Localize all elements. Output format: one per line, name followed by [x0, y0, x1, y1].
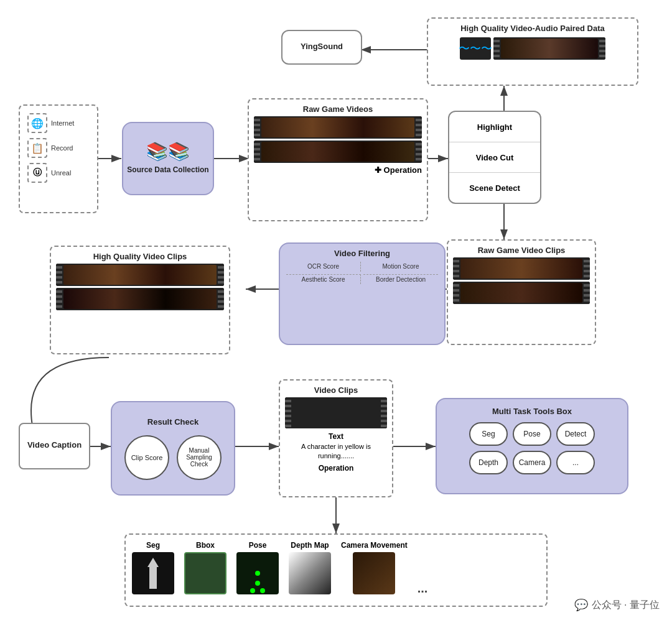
processing-box: Highlight Video Cut Scene Detect — [448, 111, 541, 204]
bottom-bbox-col: Bbox — [184, 541, 226, 594]
video-filtering-title: Video Filtering — [285, 249, 439, 258]
yingsound-label: YingSound — [301, 42, 343, 51]
pose-btn: Pose — [513, 422, 551, 446]
aesthetic-score-cell: Aesthetic Score — [286, 274, 361, 284]
video-cut-label: Video Cut — [449, 142, 540, 173]
seg-btn: Seg — [469, 422, 508, 446]
unreal-item: ⓤ Unreal — [27, 163, 71, 183]
video-clips-title: Video Clips — [285, 385, 387, 395]
filmstrip-2 — [254, 141, 422, 163]
bottom-dots-col: ... — [418, 541, 428, 596]
source-data-label: Source Data Collection — [127, 165, 208, 174]
operation-label: Operation — [285, 464, 387, 473]
depth-thumb — [289, 552, 331, 594]
bottom-camera-label: Camera Movement — [341, 541, 408, 550]
multi-task-box: Multi Task Tools Box Seg Pose Detect Dep… — [436, 398, 628, 494]
bottom-output-box: Seg Bbox Pose Depth Map Camera Movem — [124, 533, 548, 607]
result-check-title: Result Check — [147, 417, 198, 427]
record-item: 📋 Record — [27, 138, 73, 158]
clip-score-btn: Clip Score — [124, 435, 169, 480]
raw-filmstrip-2 — [453, 282, 590, 304]
video-clips-box: Video Clips Text A character in yellow i… — [279, 379, 393, 497]
seg-thumb — [132, 552, 174, 594]
video-caption-box: Video Caption — [19, 423, 90, 469]
yingsound-box: YingSound — [281, 30, 362, 65]
bottom-camera-col: Camera Movement — [341, 541, 408, 594]
text-content: A character in yellow is running....... — [285, 442, 387, 461]
hq-clips-title: High Quality Video Clips — [56, 252, 224, 261]
raw-game-clips-title: Raw Game Video Clips — [453, 246, 590, 255]
raw-filmstrip-1 — [453, 257, 590, 280]
bottom-pose-label: Pose — [249, 541, 267, 550]
internet-label: Internet — [51, 119, 74, 127]
plus-operation-label: ✚ Operation — [254, 165, 422, 175]
detect-btn: Detect — [556, 422, 595, 446]
watermark: 💬 公众号 · 量子位 — [574, 598, 660, 612]
bbox-thumb — [184, 552, 226, 594]
unreal-label: Unreal — [51, 169, 71, 177]
hq-video-audio-box: High Quality Video-Audio Paired Data 〜〜〜 — [427, 17, 638, 86]
bottom-dots-label: ... — [418, 581, 428, 596]
dots-btn: ... — [556, 451, 595, 474]
bottom-depth-col: Depth Map — [289, 541, 331, 594]
raw-game-videos-box: Raw Game Videos ✚ Operation — [248, 98, 428, 221]
text-label: Text — [285, 432, 387, 441]
clip-score-label: Clip Score — [131, 454, 163, 461]
camera-thumb — [353, 552, 395, 594]
video-caption-label: Video Caption — [27, 440, 82, 450]
internet-item: 🌐 Internet — [27, 113, 74, 133]
sources-box: 🌐 Internet 📋 Record ⓤ Unreal — [19, 104, 98, 213]
bottom-bbox-label: Bbox — [196, 541, 215, 550]
hq-video-audio-title: High Quality Video-Audio Paired Data — [433, 24, 632, 33]
manual-sampling-btn: Manual Sampling Check — [177, 435, 222, 480]
border-detection-cell: Border Dectection — [363, 274, 438, 284]
result-check-box: Result Check Clip Score Manual Sampling … — [111, 401, 235, 496]
wechat-icon: 💬 — [574, 598, 588, 612]
clips-filmstrip — [285, 397, 387, 428]
raw-game-videos-title: Raw Game Videos — [254, 104, 422, 114]
record-icon: 📋 — [27, 138, 47, 158]
audio-wave-icon: 〜〜〜 — [460, 37, 491, 60]
pose-thumb — [236, 552, 279, 594]
bottom-seg-col: Seg — [132, 541, 174, 594]
scene-detect-label: Scene Detect — [449, 173, 540, 203]
bottom-pose-col: Pose — [236, 541, 279, 594]
hq-filmstrip-1 — [56, 264, 224, 286]
ocr-score-cell: OCR Score — [286, 262, 361, 272]
manual-sampling-label: Manual Sampling Check — [178, 447, 220, 468]
bottom-depth-label: Depth Map — [291, 541, 329, 550]
record-label: Record — [51, 144, 73, 152]
video-filtering-box: Video Filtering OCR Score Motion Score A… — [279, 242, 446, 345]
depth-btn: Depth — [469, 451, 508, 474]
highlight-label: Highlight — [449, 112, 540, 142]
motion-score-cell: Motion Score — [363, 262, 438, 272]
watermark-label: 公众号 · 量子位 — [592, 599, 660, 612]
hq-filmstrip-2 — [56, 288, 224, 310]
multi-task-title: Multi Task Tools Box — [444, 407, 620, 416]
diagram: High Quality Video-Audio Paired Data 〜〜〜… — [0, 0, 672, 623]
raw-game-clips-box: Raw Game Video Clips — [447, 239, 596, 345]
source-data-box: 📚📚 Source Data Collection — [122, 122, 214, 195]
hq-filmstrip — [493, 37, 605, 60]
unreal-icon: ⓤ — [27, 163, 47, 183]
internet-icon: 🌐 — [27, 113, 47, 133]
filmstrip-1 — [254, 116, 422, 139]
hq-clips-box: High Quality Video Clips — [50, 246, 230, 354]
bottom-seg-label: Seg — [146, 541, 160, 550]
camera-btn: Camera — [513, 451, 551, 474]
source-data-icon: 📚📚 — [146, 141, 190, 162]
